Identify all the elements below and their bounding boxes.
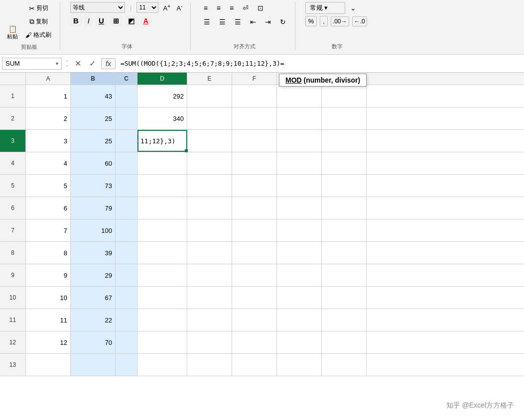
- cell-F7[interactable]: [232, 219, 277, 241]
- bold-button[interactable]: B: [70, 15, 82, 26]
- decimal-decrease-button[interactable]: ←.0: [352, 16, 367, 26]
- col-header-B[interactable]: B: [71, 73, 116, 85]
- cell-D10[interactable]: [137, 287, 187, 309]
- cell-E10[interactable]: [187, 287, 232, 309]
- row-header-5[interactable]: 5: [0, 175, 26, 197]
- row-header-13[interactable]: 13: [0, 354, 26, 376]
- cell-C12[interactable]: [116, 331, 137, 353]
- cell-B12[interactable]: 70: [71, 331, 116, 353]
- cell-C1[interactable]: [116, 85, 137, 107]
- col-header-F[interactable]: F: [232, 73, 277, 85]
- cell-B6[interactable]: 79: [71, 197, 116, 219]
- cell-D1[interactable]: 292: [137, 85, 187, 107]
- cell-E2[interactable]: [187, 107, 232, 129]
- col-header-A[interactable]: A: [26, 73, 71, 85]
- cell-E11[interactable]: [187, 309, 232, 331]
- align-middle-button[interactable]: ≡: [214, 2, 224, 14]
- cell-F1[interactable]: [232, 85, 277, 107]
- cut-button[interactable]: ✂ 剪切: [23, 2, 54, 14]
- cell-C13[interactable]: [116, 354, 137, 376]
- cell-D12[interactable]: [137, 331, 187, 353]
- cell-G9[interactable]: [277, 264, 322, 286]
- cell-D13[interactable]: [137, 354, 187, 376]
- wrap-text-button[interactable]: ⏎: [240, 2, 252, 14]
- cell-G8[interactable]: [277, 242, 322, 264]
- cell-C10[interactable]: [116, 287, 137, 309]
- cell-E9[interactable]: [187, 264, 232, 286]
- cell-A3[interactable]: 3: [26, 130, 71, 152]
- cell-D5[interactable]: [137, 175, 187, 197]
- cell-G13[interactable]: [277, 354, 322, 376]
- cell-C5[interactable]: [116, 175, 137, 197]
- cell-B4[interactable]: 60: [71, 152, 116, 174]
- cell-A12[interactable]: 12: [26, 331, 71, 353]
- row-header-3[interactable]: 3: [0, 130, 26, 152]
- cell-F12[interactable]: [232, 331, 277, 353]
- font-decrease-button[interactable]: A-: [175, 2, 184, 12]
- cell-A6[interactable]: 6: [26, 197, 71, 219]
- cell-A8[interactable]: 8: [26, 242, 71, 264]
- align-bottom-button[interactable]: ≡: [227, 2, 237, 14]
- cell-H11[interactable]: [322, 309, 367, 331]
- cell-A10[interactable]: 10: [26, 287, 71, 309]
- italic-button[interactable]: I: [85, 15, 93, 26]
- indent-increase-button[interactable]: ⇥: [262, 16, 274, 28]
- col-header-D[interactable]: D: [137, 73, 187, 85]
- cell-B11[interactable]: 22: [71, 309, 116, 331]
- confirm-button[interactable]: ✓: [87, 57, 98, 70]
- paste-button[interactable]: 📋 粘贴: [4, 24, 21, 41]
- cell-G3[interactable]: [277, 130, 322, 152]
- formula-input[interactable]: [118, 58, 522, 70]
- row-header-4[interactable]: 4: [0, 152, 26, 174]
- font-increase-button[interactable]: A+: [161, 2, 172, 12]
- font-color-button[interactable]: A: [140, 15, 151, 26]
- cell-F6[interactable]: [232, 197, 277, 219]
- cell-F4[interactable]: [232, 152, 277, 174]
- cell-E3[interactable]: [187, 130, 232, 152]
- cell-E1[interactable]: [187, 85, 232, 107]
- cell-A13[interactable]: [26, 354, 71, 376]
- col-header-C[interactable]: C: [116, 73, 137, 85]
- cell-E6[interactable]: [187, 197, 232, 219]
- cell-C7[interactable]: [116, 219, 137, 241]
- cell-G11[interactable]: [277, 309, 322, 331]
- cell-G12[interactable]: [277, 331, 322, 353]
- cell-F8[interactable]: [232, 242, 277, 264]
- copy-button[interactable]: ⧉ 复制: [23, 15, 54, 28]
- cell-C4[interactable]: [116, 152, 137, 174]
- name-box[interactable]: SUM ▾: [2, 58, 62, 70]
- cell-A2[interactable]: 2: [26, 107, 71, 129]
- cell-E7[interactable]: [187, 219, 232, 241]
- cell-D11[interactable]: [137, 309, 187, 331]
- cell-E13[interactable]: [187, 354, 232, 376]
- cell-A4[interactable]: 4: [26, 152, 71, 174]
- align-right-button[interactable]: ☰: [232, 16, 244, 28]
- cell-F11[interactable]: [232, 309, 277, 331]
- cell-G7[interactable]: [277, 219, 322, 241]
- cell-D7[interactable]: [137, 219, 187, 241]
- col-header-E[interactable]: E: [187, 73, 232, 85]
- cell-G5[interactable]: [277, 175, 322, 197]
- row-header-6[interactable]: 6: [0, 197, 26, 219]
- cell-G1[interactable]: [277, 85, 322, 107]
- cell-D9[interactable]: [137, 264, 187, 286]
- cell-A1[interactable]: 1: [26, 85, 71, 107]
- cell-C11[interactable]: [116, 309, 137, 331]
- row-header-7[interactable]: 7: [0, 219, 26, 241]
- cell-C9[interactable]: [116, 264, 137, 286]
- cell-B13[interactable]: [71, 354, 116, 376]
- col-header-G[interactable]: G: [277, 73, 322, 85]
- percent-button[interactable]: %: [305, 16, 317, 26]
- cell-A9[interactable]: 9: [26, 264, 71, 286]
- cell-B10[interactable]: 67: [71, 287, 116, 309]
- align-center-button[interactable]: ☰: [216, 16, 229, 28]
- cell-G10[interactable]: [277, 287, 322, 309]
- cell-H13[interactable]: [322, 354, 367, 376]
- cell-G2[interactable]: [277, 107, 322, 129]
- cell-E8[interactable]: [187, 242, 232, 264]
- cell-E5[interactable]: [187, 175, 232, 197]
- cell-D4[interactable]: [137, 152, 187, 174]
- font-family-select[interactable]: 等线 宋体 微软雅黑: [70, 2, 125, 13]
- row-header-11[interactable]: 11: [0, 309, 26, 331]
- cell-B9[interactable]: 29: [71, 264, 116, 286]
